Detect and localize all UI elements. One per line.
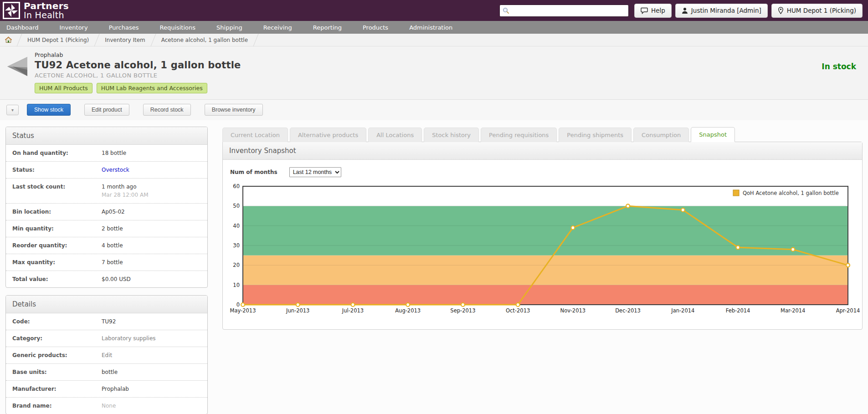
status-row-max-quantity: Max quantity: 7 bottle <box>6 254 207 271</box>
location-pin-icon <box>778 7 784 14</box>
breadcrumb-separator <box>150 34 156 46</box>
row-label: Code: <box>12 318 102 325</box>
num-of-months-row: Num of months Last 12 months <box>230 167 856 177</box>
row-label: Category: <box>12 335 102 342</box>
inventory-snapshot-body: Num of months Last 12 months 01020304050… <box>223 160 862 329</box>
nav-item-administration[interactable]: Administration <box>409 24 452 31</box>
row-value: Laboratory supplies <box>102 335 156 342</box>
edit-product-button[interactable]: Edit product <box>84 104 129 116</box>
detail-row-manufacturer: Manufacturer: Prophalab <box>6 380 207 397</box>
app-header: Partners In Health Help Justin Miranda [… <box>0 0 868 21</box>
pih-logo[interactable]: Partners In Health <box>3 1 69 20</box>
nav-item-dashboard[interactable]: Dashboard <box>6 24 39 31</box>
search-icon <box>503 7 509 14</box>
row-label: Bin location: <box>12 209 102 215</box>
row-value: $0.00 USD <box>102 276 131 282</box>
details-panel-title: Details <box>6 296 207 313</box>
help-bubble-icon <box>641 7 648 14</box>
svg-text:May-2013: May-2013 <box>230 307 256 314</box>
nav-item-requisitions[interactable]: Requisitions <box>159 24 195 31</box>
months-select[interactable]: Last 12 months <box>289 167 341 177</box>
row-value: 2 bottle <box>102 225 123 232</box>
row-value: bottle <box>102 369 118 375</box>
right-column: Current Location Alternative products Al… <box>222 127 863 414</box>
main-nav: Dashboard Inventory Purchases Requisitio… <box>0 21 868 34</box>
tag-hum-all-products[interactable]: HUM All Products <box>35 83 92 93</box>
tab-current-location[interactable]: Current Location <box>222 128 288 142</box>
row-label: Manufacturer: <box>12 386 102 392</box>
row-label: Base units: <box>12 369 102 375</box>
tab-consumption[interactable]: Consumption <box>633 128 689 142</box>
search-wrap <box>499 5 629 17</box>
svg-text:Feb-2014: Feb-2014 <box>726 307 750 314</box>
tab-alternative-products[interactable]: Alternative products <box>290 128 366 142</box>
nav-item-inventory[interactable]: Inventory <box>60 24 88 31</box>
inventory-snapshot-panel: Inventory Snapshot Num of months Last 12… <box>222 142 863 330</box>
help-button[interactable]: Help <box>634 4 672 18</box>
snapshot-line-chart: 0102030405060May-2013Jun-2013Jul-2013Aug… <box>229 182 853 317</box>
breadcrumb-inventory-item[interactable]: Inventory Item <box>105 37 145 43</box>
search-input[interactable] <box>499 5 629 17</box>
row-label: Min quantity: <box>12 225 102 232</box>
status-row-last-stock-count: Last stock count: 1 month ago Mar 28 12:… <box>6 178 207 203</box>
tab-pending-shipments[interactable]: Pending shipments <box>559 128 632 142</box>
svg-text:Aug-2013: Aug-2013 <box>395 307 421 314</box>
product-thumbnail-placeholder <box>6 56 28 77</box>
tag-hum-lab-reagents[interactable]: HUM Lab Reagents and Accessories <box>97 83 207 93</box>
status-row-status: Status: Overstock <box>6 161 207 178</box>
nav-item-purchases[interactable]: Purchases <box>109 24 139 31</box>
row-value: Ap05-02 <box>102 209 125 215</box>
tab-snapshot[interactable]: Snapshot <box>691 127 735 142</box>
row-label: Total value: <box>12 276 102 282</box>
status-panel-title: Status <box>6 127 207 145</box>
browse-inventory-button[interactable]: Browse inventory <box>205 104 263 116</box>
actions-menu-caret-button[interactable]: ▾ <box>6 105 19 115</box>
status-row-bin-location: Bin location: Ap05-02 <box>6 203 207 220</box>
detail-row-brand-name: Brand name: None <box>6 397 207 414</box>
status-row-min-quantity: Min quantity: 2 bottle <box>6 220 207 237</box>
row-label: Last stock count: <box>12 184 102 190</box>
generic-products-edit-link[interactable]: Edit <box>102 352 112 358</box>
detail-row-base-units: Base units: bottle <box>6 363 207 380</box>
product-summary: Prophalab TU92 Acetone alcohol, 1 gallon… <box>0 46 868 99</box>
product-text-block: Prophalab TU92 Acetone alcohol, 1 gallon… <box>35 51 241 93</box>
nav-item-products[interactable]: Products <box>363 24 388 31</box>
logo-text: Partners In Health <box>24 1 69 20</box>
svg-text:Nov-2013: Nov-2013 <box>560 307 586 314</box>
product-brand: Prophalab <box>35 51 241 58</box>
show-stock-button[interactable]: Show stock <box>27 104 71 116</box>
tab-all-locations[interactable]: All Locations <box>368 128 422 142</box>
status-panel: Status On hand quantity: 18 bottle Statu… <box>5 127 208 288</box>
row-label: Max quantity: <box>12 259 102 266</box>
overstock-link[interactable]: Overstock <box>102 167 129 173</box>
detail-row-code: Code: TU92 <box>6 313 207 330</box>
breadcrumb-depot[interactable]: HUM Depot 1 (Picking) <box>27 37 89 43</box>
details-panel: Details Code: TU92 Category: Laboratory … <box>5 295 208 414</box>
row-label: On hand quantity: <box>12 150 102 156</box>
status-row-on-hand: On hand quantity: 18 bottle <box>6 145 207 161</box>
nav-item-shipping[interactable]: Shipping <box>216 24 242 31</box>
breadcrumb-product[interactable]: Acetone alcohol, 1 gallon bottle <box>161 37 248 43</box>
product-subtitle: ACETONE ALCOHOL, 1 GALLON BOTTLE <box>35 72 241 79</box>
svg-text:QoH Acetone alcohol, 1 gallon: QoH Acetone alcohol, 1 gallon bottle <box>743 190 839 196</box>
main-content: Status On hand quantity: 18 bottle Statu… <box>0 120 868 414</box>
tab-stock-history[interactable]: Stock history <box>424 128 479 142</box>
svg-text:20: 20 <box>233 262 240 268</box>
user-icon <box>682 7 688 14</box>
nav-item-receiving[interactable]: Receiving <box>263 24 292 31</box>
location-button[interactable]: HUM Depot 1 (Picking) <box>771 4 863 18</box>
user-button[interactable]: Justin Miranda [Admin] <box>675 4 768 18</box>
svg-text:10: 10 <box>233 282 240 288</box>
record-stock-button[interactable]: Record stock <box>143 104 191 116</box>
svg-text:Apr-2014: Apr-2014 <box>836 307 860 314</box>
row-value: 1 month ago <box>102 184 149 190</box>
row-value-group: 1 month ago Mar 28 12:00 AM <box>102 184 149 198</box>
breadcrumb-separator <box>253 34 258 46</box>
nav-item-reporting[interactable]: Reporting <box>313 24 342 31</box>
status-row-reorder-quantity: Reorder quantity: 4 bottle <box>6 237 207 254</box>
num-of-months-label: Num of months <box>230 169 277 175</box>
home-icon[interactable] <box>5 36 12 43</box>
svg-text:Jan-2014: Jan-2014 <box>671 307 694 314</box>
tab-pending-requisitions[interactable]: Pending requisitions <box>481 128 557 142</box>
stock-status-badge: In stock <box>822 62 856 71</box>
